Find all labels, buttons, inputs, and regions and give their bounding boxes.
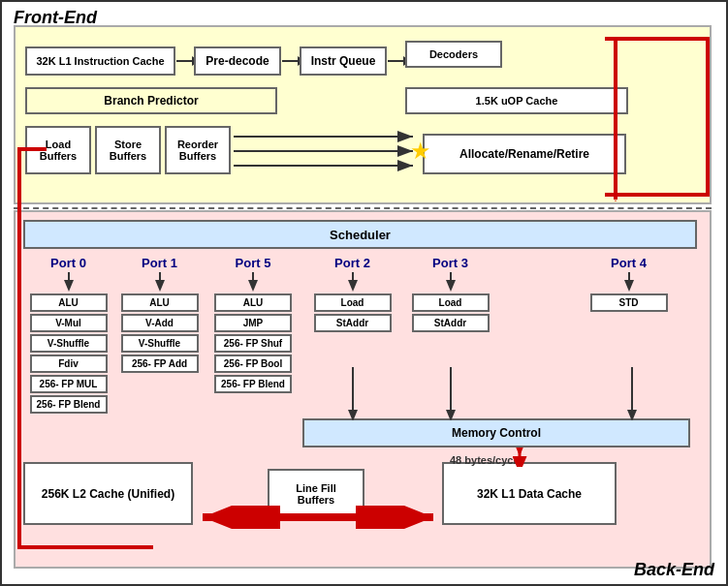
port-4-arrow [619,272,639,292]
reorder-buffers-box: Reorder Buffers [165,126,231,174]
backend-region: Scheduler Port 0 ALU V-Mul V-Shuffle Fdi… [14,210,712,569]
main-container: Front-End 32K L1 Instruction Cache Pre-d… [0,0,728,586]
port-0-column: Port 0 ALU V-Mul V-Shuffle Fdiv 256- FP … [27,256,110,414]
port-2-column: Port 2 Load StAddr [311,256,394,332]
arrow-l1-predecode [176,60,194,62]
port-1-column: Port 1 ALU V-Add V-Shuffle 256- FP Add [118,256,201,373]
l2-cache-box: 256K L2 Cache (Unified) [23,462,193,525]
memory-control-box: Memory Control [302,418,690,447]
port-0-fp-blend: 256- FP Blend [30,395,108,414]
arrow-instrqueue-decoders [388,60,405,62]
port-5-column: Port 5 ALU JMP 256- FP Shuf 256- FP Bool… [209,256,297,393]
port-0-arrow [59,272,79,292]
port-5-fp-bool: 256- FP Bool [214,355,292,373]
port-0-vshuffle: V-Shuffle [30,334,108,353]
port-1-vshuffle: V-Shuffle [121,334,199,353]
port-5-fp-blend: 256- FP Blend [214,375,292,393]
red-bidirectional-arrow [193,506,443,529]
buffer-arrows [234,127,423,175]
port-3-staddr: StAddr [412,314,490,332]
predecode-box: Pre-decode [194,46,281,76]
port-5-fp-shuf: 256- FP Shuf [214,334,292,353]
l1-instruction-cache: 32K L1 Instruction Cache [25,46,175,76]
red-left-line [17,147,21,549]
port-5-alu: ALU [214,293,292,312]
red-right-border [706,37,710,197]
port-5-jmp: JMP [214,314,292,332]
instr-queue-box: Instr Queue [300,46,387,76]
port-4-label: Port 4 [611,256,647,270]
arrow-predecode-instrqueue [282,60,300,62]
port-0-label: Port 0 [50,256,86,270]
red-bottom-left [17,545,153,549]
red-right-feedback [601,37,630,201]
red-vert-arrow [510,447,529,467]
port-1-vadd: V-Add [121,314,199,332]
dashed-divider [14,207,712,209]
port-3-load: Load [412,293,490,312]
memory-arrows [302,367,690,420]
backend-label: Back-End [634,560,714,580]
l1-data-cache-box: 32K L1 Data Cache [442,462,617,525]
branch-predictor-box: Branch Predictor [25,87,277,114]
red-top-left [17,147,47,151]
port-3-arrow [441,272,460,292]
port-0-vmul: V-Mul [30,314,108,332]
red-bottom-bar [605,193,710,197]
scheduler-box: Scheduler [23,220,697,249]
port-3-column: Port 3 Load StAddr [409,256,491,332]
uop-cache-stack: 1.5K uOP Cache [405,87,628,114]
port-1-label: Port 1 [142,256,177,270]
port-0-fdiv: Fdiv [30,355,108,373]
port-4-column: Port 4 STD [587,256,670,312]
star-icon: ★ [410,138,431,165]
port-2-load: Load [314,293,392,312]
port-2-staddr: StAddr [314,314,392,332]
port-5-arrow [243,272,263,292]
port-0-fp-mul: 256- FP MUL [30,375,108,393]
decoders-stack: Decoders [405,41,502,68]
port-1-alu: ALU [121,293,199,312]
port-1-arrow [150,272,170,292]
port-0-alu: ALU [30,293,108,312]
allocate-box: Allocate/Rename/Retire [423,134,626,174]
port-2-arrow [343,272,363,292]
port-2-label: Port 2 [334,256,370,270]
store-buffers-box: Store Buffers [95,126,161,174]
port-4-std: STD [590,293,668,312]
port-5-label: Port 5 [236,256,271,270]
red-top-bar [605,37,710,41]
port-1-fp-add: 256- FP Add [121,355,199,373]
port-3-label: Port 3 [432,256,468,270]
